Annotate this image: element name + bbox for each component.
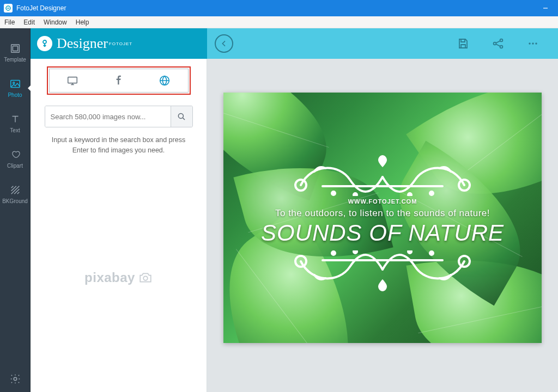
left-rail: Template Photo Text Clipart BKGround — [0, 28, 31, 392]
svg-point-12 — [535, 42, 537, 44]
svg-rect-13 — [68, 77, 77, 83]
svg-point-20 — [332, 192, 335, 195]
svg-point-4 — [13, 82, 14, 84]
rail-label-bkground: BKGround — [2, 198, 28, 204]
canvas-area[interactable]: WWW.FOTOJET.COM To the outdoors, to list… — [207, 59, 558, 392]
photo-search-box — [45, 106, 193, 127]
rail-item-template[interactable]: Template — [0, 35, 31, 70]
source-tab-local[interactable] — [50, 75, 96, 87]
svg-rect-2 — [13, 46, 17, 51]
brand-logo-icon — [37, 36, 52, 51]
rail-item-text[interactable]: Text — [0, 106, 31, 141]
svg-point-23 — [430, 192, 433, 195]
svg-point-15 — [178, 113, 183, 118]
save-icon — [457, 37, 470, 50]
photo-search-input[interactable] — [45, 106, 171, 127]
menu-file[interactable]: File — [0, 17, 19, 27]
photo-search-hint: Input a keyword in the search box and pr… — [45, 135, 192, 156]
design-canvas[interactable]: WWW.FOTOJET.COM To the outdoors, to list… — [223, 93, 542, 343]
main-toolbar — [207, 28, 558, 59]
window-title: FotoJet Designer — [16, 4, 66, 12]
gear-icon — [9, 373, 21, 385]
photo-source-tabs — [49, 69, 189, 93]
rail-item-clipart[interactable]: Clipart — [0, 141, 31, 176]
share-button[interactable] — [486, 32, 510, 56]
canvas-headline-text[interactable]: SOUNDS OF NATURE — [261, 220, 504, 246]
canvas-site-text[interactable]: WWW.FOTOJET.COM — [348, 198, 417, 205]
svg-point-6 — [43, 40, 46, 44]
chevron-left-icon — [220, 39, 228, 48]
brand-banner: DesignerFOTOJET — [31, 28, 207, 59]
share-icon — [492, 37, 505, 50]
svg-point-28 — [354, 250, 357, 253]
brand-sup: FOTOJET — [109, 41, 132, 46]
app-icon — [4, 4, 13, 13]
rail-label-template: Template — [4, 57, 26, 63]
back-button[interactable] — [215, 34, 233, 53]
menu-edit[interactable]: Edit — [19, 17, 39, 27]
svg-point-11 — [532, 42, 533, 44]
facebook-icon — [113, 75, 125, 87]
more-button[interactable] — [521, 32, 545, 56]
svg-point-22 — [408, 193, 411, 196]
rail-settings-button[interactable] — [9, 373, 21, 392]
camera-icon — [138, 272, 153, 284]
photo-search-button[interactable] — [171, 106, 192, 127]
provider-logo: pixabay — [84, 270, 153, 285]
canvas-subtitle-text[interactable]: To the outdoors, to listen to the sounds… — [275, 208, 490, 219]
svg-point-27 — [332, 252, 335, 255]
search-icon — [177, 112, 186, 121]
brand-name: Designer — [57, 35, 108, 51]
photo-panel: Input a keyword in the search box and pr… — [31, 59, 207, 392]
menu-help[interactable]: Help — [71, 17, 94, 27]
svg-point-10 — [529, 42, 530, 44]
window-minimize-button[interactable] — [533, 0, 558, 16]
source-tab-online[interactable] — [142, 75, 188, 87]
save-button[interactable] — [451, 32, 475, 56]
globe-icon — [159, 75, 171, 87]
more-icon — [526, 37, 539, 50]
rail-item-photo[interactable]: Photo — [0, 70, 31, 106]
ornament-bottom — [279, 250, 486, 299]
svg-point-5 — [14, 377, 17, 381]
monitor-icon — [66, 75, 78, 87]
rail-label-text: Text — [10, 127, 20, 133]
rail-label-photo: Photo — [8, 92, 22, 98]
svg-point-16 — [143, 276, 148, 280]
ornament-top — [279, 147, 486, 196]
svg-point-30 — [430, 252, 433, 255]
svg-point-21 — [354, 193, 357, 196]
source-tab-facebook[interactable] — [95, 75, 142, 87]
svg-point-29 — [408, 250, 411, 253]
rail-item-bkground[interactable]: BKGround — [0, 176, 31, 212]
provider-name: pixabay — [84, 270, 135, 285]
menu-window[interactable]: Window — [39, 17, 71, 27]
menubar: File Edit Window Help — [0, 16, 558, 28]
window-titlebar: FotoJet Designer — [0, 0, 558, 16]
rail-label-clipart: Clipart — [7, 163, 23, 169]
